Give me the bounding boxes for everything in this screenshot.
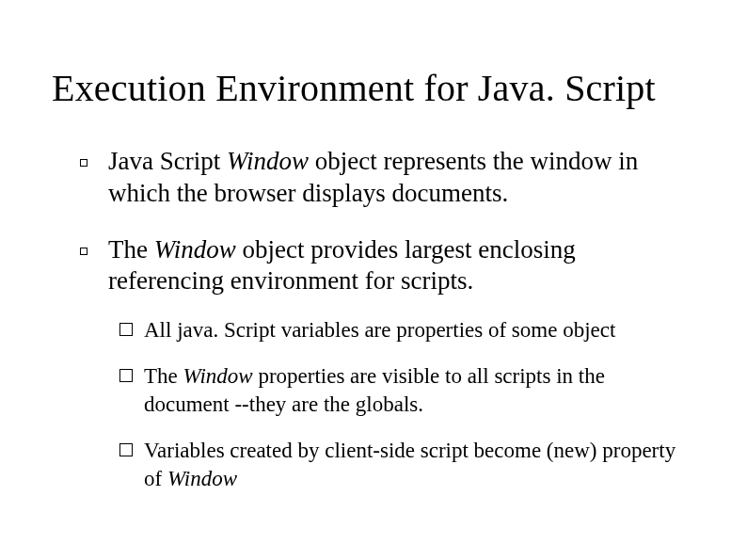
sub-bullet-item: Variables created by client-side script … <box>119 437 695 492</box>
bullet-text-pre: Java Script <box>108 147 227 175</box>
bullet-item: The Window object provides largest enclo… <box>80 234 695 493</box>
sub-text-em: Window <box>167 467 237 490</box>
sub-bullet-item: The Window properties are visible to all… <box>119 362 695 418</box>
bullet-text-em: Window <box>154 235 236 264</box>
bullet-list: Java Script Window object represents the… <box>52 146 695 492</box>
sub-text-pre: The <box>144 364 183 388</box>
slide-title: Execution Environment for Java. Script <box>52 66 695 110</box>
sub-text-pre: All java. Script variables are propertie… <box>144 318 615 342</box>
slide: Execution Environment for Java. Script J… <box>0 0 747 560</box>
sub-bullet-list: All java. Script variables are propertie… <box>108 316 695 492</box>
sub-bullet-item: All java. Script variables are propertie… <box>119 316 695 344</box>
bullet-item: Java Script Window object represents the… <box>80 146 695 210</box>
bullet-text-pre: The <box>108 235 154 264</box>
bullet-text-em: Window <box>227 147 309 175</box>
sub-text-em: Window <box>183 364 253 388</box>
